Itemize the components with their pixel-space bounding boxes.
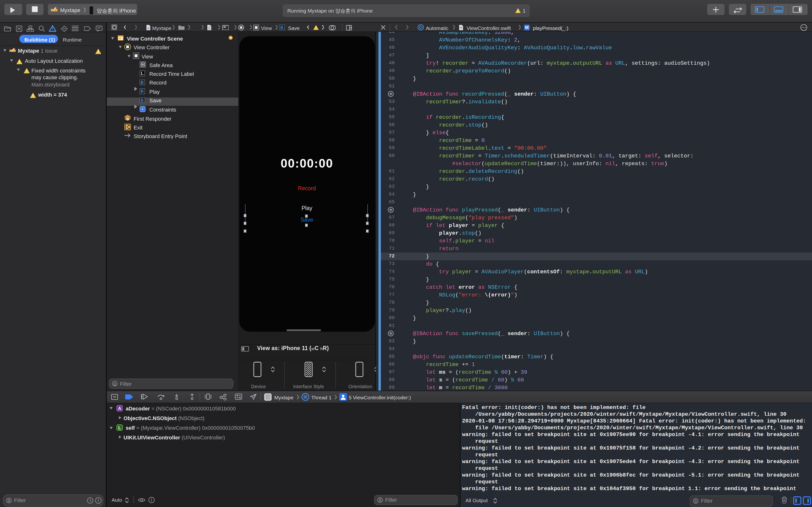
svg-text:1: 1 (127, 118, 128, 120)
